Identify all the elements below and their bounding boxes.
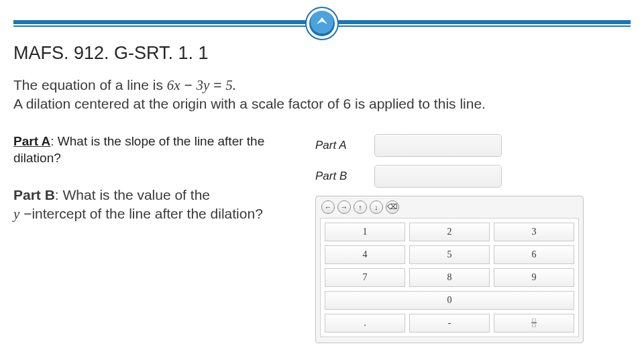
problem-line1-pre: The equation of a line is: [13, 77, 167, 93]
key-8[interactable]: 8: [409, 268, 490, 287]
keypad-row-5: . - □ □: [325, 314, 574, 333]
part-b-var: y: [13, 206, 19, 222]
keypad-row-1: 1 2 3: [325, 223, 574, 241]
keypad-row-2: 4 5 6: [325, 245, 574, 264]
part-a-label: Part A: [13, 134, 50, 148]
fraction-icon: □ □: [531, 318, 537, 328]
standard-code: MAFS. 912. G-SRT. 1. 1: [13, 43, 631, 64]
part-b-colon: :: [55, 187, 63, 202]
keypad-row-3: 7 8 9: [325, 268, 574, 287]
key-1[interactable]: 1: [325, 223, 405, 241]
columns: Part A: What is the slope of the line af…: [13, 130, 631, 343]
part-a-colon: :: [50, 134, 58, 148]
answer-input-a[interactable]: [374, 134, 502, 157]
problem-statement: The equation of a line is 6x − 3y = 5. A…: [13, 76, 631, 114]
logo-icon: [309, 11, 335, 36]
key-9[interactable]: 9: [494, 268, 574, 287]
eq-coef-a: 6x: [167, 77, 180, 93]
arrow-left-icon[interactable]: ←: [321, 200, 335, 214]
answer-input-b[interactable]: [374, 165, 502, 188]
key-minus[interactable]: -: [409, 314, 490, 333]
part-b-label: Part B: [13, 187, 55, 202]
arrow-down-icon[interactable]: ↓: [370, 200, 383, 214]
keypad: ← → ↑ ↓ ⌫ 1 2 3 4 5 6: [315, 196, 584, 343]
key-fraction[interactable]: □ □: [494, 314, 574, 333]
slide: MAFS. 912. G-SRT. 1. 1 The equation of a…: [0, 5, 644, 362]
arrow-up-icon[interactable]: ↑: [354, 200, 367, 214]
key-4[interactable]: 4: [325, 245, 405, 264]
left-column: Part A: What is the slope of the line af…: [13, 130, 302, 343]
answer-label-a: Part A: [315, 139, 362, 152]
answer-fields: Part A Part B: [315, 134, 631, 188]
key-6[interactable]: 6: [494, 245, 574, 264]
part-a-question: Part A: What is the slope of the line af…: [13, 133, 302, 167]
keypad-toolbar: ← → ↑ ↓ ⌫: [320, 200, 579, 214]
keypad-row-4: 0: [325, 291, 574, 310]
key-dot[interactable]: .: [325, 314, 405, 333]
eq-minus: −: [180, 77, 197, 93]
backspace-icon[interactable]: ⌫: [386, 200, 399, 214]
key-3[interactable]: 3: [494, 223, 574, 241]
header: [13, 5, 631, 43]
part-b-question: Part B: What is the value of the y −inte…: [13, 186, 302, 224]
eq-eq: =: [209, 77, 225, 93]
answer-row-b: Part B: [315, 165, 631, 188]
arrow-right-icon[interactable]: →: [337, 200, 351, 214]
answer-label-b: Part B: [315, 170, 362, 183]
eq-rhs: 5.: [225, 77, 236, 93]
right-column: Part A Part B ← → ↑ ↓ ⌫ 1: [315, 130, 631, 343]
problem-line-1: The equation of a line is 6x − 3y = 5.: [13, 76, 631, 95]
answer-row-a: Part A: [315, 134, 631, 157]
eq-coef-b: 3y: [197, 77, 210, 93]
key-5[interactable]: 5: [409, 245, 490, 264]
problem-line-2: A dilation centered at the origin with a…: [13, 95, 631, 113]
key-2[interactable]: 2: [409, 223, 490, 241]
key-0[interactable]: 0: [325, 291, 574, 310]
part-b-pre: What is the value of the: [63, 187, 210, 202]
district-logo: [305, 7, 339, 40]
part-b-post: −intercept of the line after the dilatio…: [19, 206, 263, 221]
key-7[interactable]: 7: [325, 268, 405, 287]
keypad-grid: 1 2 3 4 5 6 7 8 9 0: [320, 218, 579, 337]
